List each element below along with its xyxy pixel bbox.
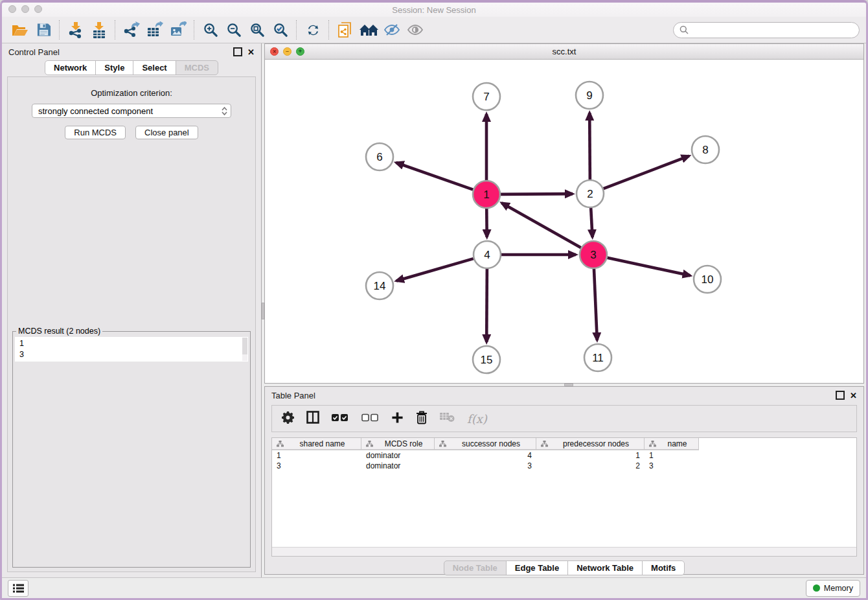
zoom-out-button[interactable] <box>222 19 246 40</box>
create-column-button[interactable] <box>391 411 404 426</box>
table-cell: 4 <box>435 450 536 461</box>
status-bar: Memory <box>2 577 866 598</box>
main-area: Control Panel NetworkStyleSelectMCDS Opt… <box>2 43 866 577</box>
mcds-tab-pane: Optimization criterion: strongly connect… <box>7 76 256 572</box>
network-overview-button[interactable] <box>357 19 380 40</box>
table-row[interactable]: 1dominator411 <box>272 450 700 461</box>
table-tab-network-table[interactable]: Network Table <box>567 560 643 575</box>
main-toolbar <box>2 17 866 43</box>
close-window-button[interactable] <box>8 5 16 13</box>
edge-4-14[interactable] <box>396 259 474 281</box>
table-cell: 3 <box>645 461 699 471</box>
splitter-handle[interactable] <box>564 384 573 386</box>
hide-graphics-details-button[interactable] <box>380 19 404 40</box>
edge-2-8[interactable] <box>604 156 689 189</box>
column-header-MCDS-role[interactable]: MCDS role <box>361 438 435 450</box>
control-tab-mcds[interactable]: MCDS <box>176 60 218 75</box>
select-all-columns-button[interactable] <box>332 413 349 424</box>
control-tab-select[interactable]: Select <box>133 60 176 75</box>
run-mcds-button[interactable]: Run MCDS <box>65 126 126 139</box>
node-label-4: 4 <box>484 249 490 261</box>
column-header-shared-name[interactable]: shared name <box>272 438 361 450</box>
edge-2-9[interactable] <box>589 113 590 179</box>
apply-layout-button[interactable] <box>301 19 325 40</box>
minimize-window-button[interactable] <box>21 5 29 13</box>
network-minimize-button[interactable] <box>283 47 291 56</box>
task-history-button[interactable] <box>8 580 29 597</box>
horizontal-splitter[interactable] <box>264 384 864 386</box>
delete-table-button[interactable] <box>440 412 455 425</box>
float-panel-icon[interactable] <box>233 47 242 56</box>
table-cell: dominator <box>361 450 435 461</box>
memory-button[interactable]: Memory <box>806 580 860 597</box>
splitter-handle[interactable] <box>262 303 264 319</box>
criterion-selected-value: strongly connected component <box>38 106 153 116</box>
column-header-predecessor-nodes[interactable]: predecessor nodes <box>536 438 645 450</box>
delete-column-button[interactable] <box>416 411 428 427</box>
zoom-fit-button[interactable] <box>246 19 269 40</box>
mcds-result-box[interactable]: 13 <box>15 337 248 362</box>
network-maximize-button[interactable] <box>296 47 304 56</box>
memory-status-icon <box>813 584 820 592</box>
horizontal-scrollbar[interactable] <box>272 547 856 556</box>
gear-icon <box>282 411 294 424</box>
optimization-criterion-label: Optimization criterion: <box>91 88 172 98</box>
edge-4-15[interactable] <box>486 269 487 342</box>
table-settings-button[interactable] <box>282 411 294 426</box>
new-network-button[interactable] <box>334 19 357 40</box>
control-panel: Control Panel NetworkStyleSelectMCDS Opt… <box>2 43 262 577</box>
zoom-window-button[interactable] <box>34 5 42 13</box>
table-panel-title: Table Panel <box>271 391 315 400</box>
import-network-button[interactable] <box>64 19 87 40</box>
export-table-button[interactable] <box>143 19 166 40</box>
export-table-icon <box>146 21 163 38</box>
search-input[interactable] <box>692 25 853 36</box>
edge-3-10[interactable] <box>608 258 691 276</box>
network-close-button[interactable] <box>270 47 279 56</box>
edge-3-11[interactable] <box>594 269 597 340</box>
show-graphics-details-button[interactable] <box>404 19 427 40</box>
float-panel-icon[interactable] <box>836 391 845 400</box>
vertical-splitter[interactable] <box>262 43 264 577</box>
column-header-name[interactable]: name <box>645 438 699 450</box>
network-canvas[interactable]: 7968124314101511 <box>265 60 863 383</box>
export-image-button[interactable] <box>166 19 190 40</box>
table-tab-node-table[interactable]: Node Table <box>444 560 507 575</box>
table-cell: 1 <box>645 450 699 461</box>
close-panel-icon[interactable] <box>850 391 857 400</box>
scrollbar-thumb[interactable] <box>242 338 247 354</box>
table-tab-edge-table[interactable]: Edge Table <box>506 560 568 575</box>
function-builder-button[interactable]: f(x) <box>467 412 487 426</box>
table-row[interactable]: 3dominator323 <box>272 461 700 471</box>
plus-icon <box>391 411 404 424</box>
save-session-button[interactable] <box>32 19 55 40</box>
delete-table-icon <box>440 412 455 422</box>
edge-1-2[interactable] <box>501 194 573 194</box>
edge-2-3[interactable] <box>591 208 592 237</box>
export-network-button[interactable] <box>120 19 143 40</box>
result-line: 3 <box>19 349 240 360</box>
control-tab-network[interactable]: Network <box>45 60 96 75</box>
eye-slash-icon <box>383 23 400 37</box>
dropdown-stepper-icon <box>222 107 227 115</box>
export-network-icon <box>123 21 140 38</box>
zoom-in-button[interactable] <box>199 19 222 40</box>
edge-3-1[interactable] <box>502 203 581 248</box>
deselect-all-columns-button[interactable] <box>361 413 379 424</box>
vertical-scrollbar[interactable] <box>242 338 247 361</box>
import-table-button[interactable] <box>87 19 111 40</box>
table-panel-header: Table Panel <box>265 387 863 404</box>
window-controls <box>8 5 42 13</box>
edge-1-6[interactable] <box>396 163 473 190</box>
table-tab-motifs[interactable]: Motifs <box>642 560 685 575</box>
show-columns-button[interactable] <box>306 411 319 426</box>
criterion-dropdown[interactable]: strongly connected component <box>32 104 231 118</box>
search-box[interactable] <box>673 22 860 38</box>
close-panel-icon[interactable] <box>247 47 255 57</box>
close-panel-button[interactable]: Close panel <box>135 126 198 139</box>
control-tab-style[interactable]: Style <box>95 60 133 75</box>
zoom-selected-button[interactable] <box>269 19 292 40</box>
open-session-button[interactable] <box>8 19 32 40</box>
mcds-buttons: Run MCDS Close panel <box>65 126 198 139</box>
column-header-successor-nodes[interactable]: successor nodes <box>435 438 536 450</box>
